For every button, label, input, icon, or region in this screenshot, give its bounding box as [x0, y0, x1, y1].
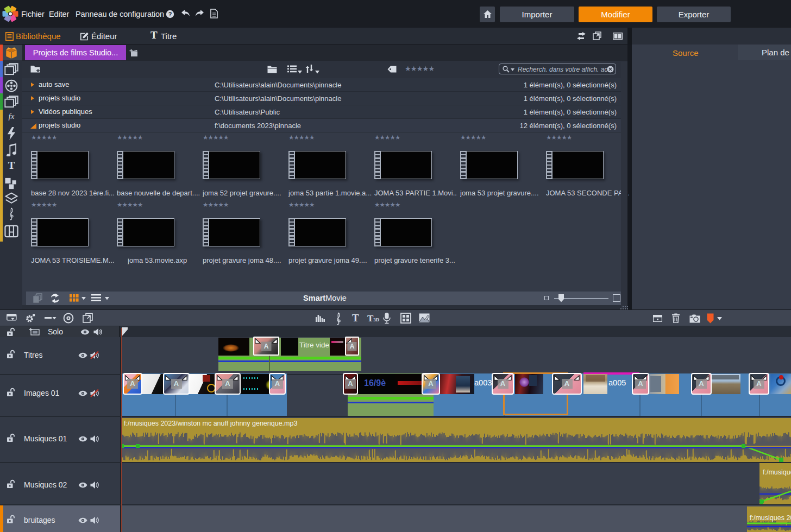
svg-text:?: ? [168, 11, 172, 17]
